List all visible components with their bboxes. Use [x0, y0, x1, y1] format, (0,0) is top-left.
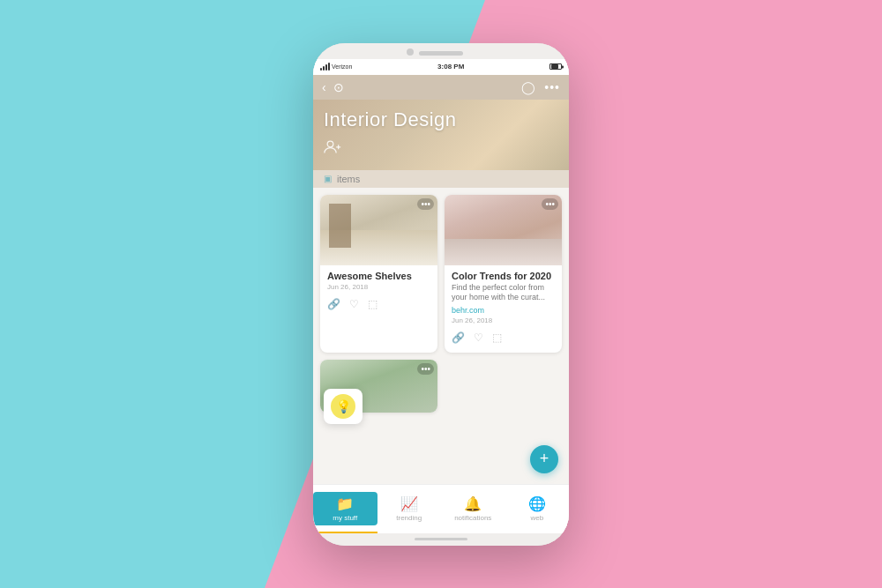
nav-my-stuff-label: my stuff [333, 514, 357, 522]
status-left: Verizon [320, 63, 352, 71]
card-2-source[interactable]: behr.com [452, 306, 555, 315]
items-section: ▣ items [313, 170, 569, 188]
card-2-image: ••• [445, 195, 562, 265]
speaker [419, 51, 463, 56]
nav-web-icon: 🌐 [528, 495, 546, 512]
fab-add-button[interactable]: + [530, 445, 558, 473]
back-button[interactable]: ‹ [322, 80, 326, 94]
card-2-date: Jun 26, 2018 [452, 316, 555, 324]
more-button[interactable]: ••• [544, 80, 560, 94]
nav-trending-icon: 📈 [400, 495, 418, 512]
nav-trending-label: trending [396, 514, 422, 522]
nav-notifications-label: notifications [454, 514, 491, 522]
card-2-heart-icon[interactable]: ♡ [474, 331, 483, 344]
status-time: 3:08 PM [437, 63, 464, 71]
card-1-heart-icon[interactable]: ♡ [349, 298, 359, 310]
phone-bottom [313, 533, 569, 546]
card-1-date: Jun 26, 2018 [327, 283, 430, 291]
nav-web[interactable]: 🌐 web [505, 492, 570, 525]
nav-web-label: web [530, 514, 543, 522]
hero-title: Interior Design [324, 108, 558, 131]
camera-button[interactable]: ⊙ [333, 80, 344, 94]
status-bar: Verizon 3:08 PM [313, 59, 569, 75]
card-1[interactable]: ••• Awesome Shelves Jun 26, 2018 🔗 ♡ ⬚ [320, 195, 437, 353]
card-2-more[interactable]: ••• [542, 198, 558, 210]
card-3-more[interactable]: ••• [417, 363, 434, 375]
home-indicator [415, 538, 467, 540]
signal-icon [320, 63, 330, 71]
nav-my-stuff-icon: 📁 [336, 495, 354, 512]
card-2-actions: 🔗 ♡ ⬚ [452, 328, 555, 347]
bottom-nav: 📁 my stuff 📈 trending 🔔 notifications 🌐 … [313, 484, 569, 533]
card-1-more[interactable]: ••• [417, 198, 434, 210]
nav-notifications[interactable]: 🔔 notifications [441, 492, 505, 525]
lightbulb-tooltip: 💡 [324, 389, 363, 424]
card-2-link-icon[interactable]: 🔗 [452, 331, 465, 344]
card-2-title: Color Trends for 2020 [452, 271, 555, 281]
phone-screen: Verizon 3:08 PM ‹ ⊙ ◯ ••• Interior Desig… [313, 59, 569, 533]
items-label: items [337, 174, 360, 184]
header-left: ‹ ⊙ [322, 80, 344, 94]
phone-top [313, 43, 569, 59]
card-1-title: Awesome Shelves [327, 271, 430, 281]
nav-notifications-icon: 🔔 [464, 495, 482, 512]
card-2-body: Color Trends for 2020 Find the perfect c… [445, 265, 562, 353]
active-indicator [313, 532, 377, 533]
front-camera [407, 48, 414, 56]
add-people-button[interactable] [324, 138, 558, 158]
card-1-image: ••• [320, 195, 437, 265]
header-right: ◯ ••• [521, 80, 560, 94]
nav-my-stuff[interactable]: 📁 my stuff [313, 492, 377, 525]
card-1-actions: 🔗 ♡ ⬚ [327, 294, 430, 314]
cards-area: ••• Awesome Shelves Jun 26, 2018 🔗 ♡ ⬚ •… [313, 188, 569, 484]
search-button[interactable]: ◯ [521, 80, 535, 94]
items-icon: ▣ [324, 174, 332, 183]
card-1-link-icon[interactable]: 🔗 [327, 298, 340, 310]
lightbulb-icon: 💡 [331, 394, 355, 419]
phone-shell: Verizon 3:08 PM ‹ ⊙ ◯ ••• Interior Desig… [313, 43, 569, 546]
hero-section: Interior Design [313, 100, 569, 170]
card-1-save-icon[interactable]: ⬚ [368, 298, 377, 310]
card-1-body: Awesome Shelves Jun 26, 2018 🔗 ♡ ⬚ [320, 265, 437, 319]
card-2-save-icon[interactable]: ⬚ [492, 331, 502, 344]
card-2-desc: Find the perfect color from your home wi… [452, 283, 555, 303]
svg-point-0 [327, 141, 333, 147]
battery-icon [549, 63, 562, 70]
app-header: ‹ ⊙ ◯ ••• [313, 75, 569, 100]
carrier-label: Verizon [332, 63, 352, 70]
card-2[interactable]: ••• Color Trends for 2020 Find the perfe… [445, 195, 562, 353]
nav-trending[interactable]: 📈 trending [377, 492, 442, 525]
status-right [549, 63, 562, 70]
